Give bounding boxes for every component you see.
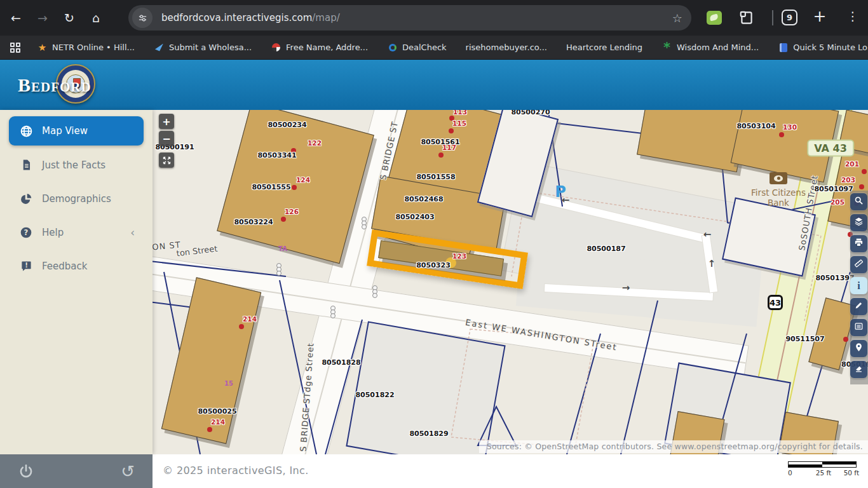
svg-text:?: ? (24, 228, 29, 237)
measure-tool-button[interactable] (850, 256, 867, 273)
bookmark-item[interactable]: Submit a Wholesa... (154, 43, 252, 53)
info-icon: i (857, 280, 860, 292)
sidebar-item-label: Just the Facts (42, 159, 105, 171)
draw-icon (854, 301, 864, 313)
bookmark-item[interactable]: Free Name, Addre... (271, 43, 368, 53)
bookmarks-bar: ★NETR Online • Hill...Submit a Wholesa..… (0, 36, 868, 60)
reset-view-icon[interactable]: ↺ (121, 463, 135, 480)
extensions-menu-icon[interactable] (738, 10, 755, 26)
address-point-dot (207, 427, 212, 432)
copyright-text: © 2025 interactiveGIS, Inc. (163, 464, 309, 477)
bookmark-item[interactable]: risehomebuyer.co... (466, 43, 547, 52)
tab-counter-button[interactable]: 9 (782, 10, 797, 25)
sidebar-item-help[interactable]: ?Help‹ (0, 215, 153, 249)
address-point-dot (239, 324, 244, 329)
apps-grid-icon[interactable] (10, 43, 20, 53)
parcel-label: 80500187 (587, 245, 625, 253)
traffic-signal-icon (372, 287, 377, 298)
bookmark-item[interactable]: ★NETR Online • Hill... (37, 43, 135, 53)
sidebar-item-demographics[interactable]: Demographics (0, 182, 153, 215)
svg-text:!: ! (25, 261, 28, 269)
bookmark-label: risehomebuyer.co... (466, 43, 547, 52)
browser-menu-icon[interactable]: ⋮ (845, 9, 860, 27)
sidebar-item-map-view[interactable]: Map View (9, 116, 144, 146)
address-point-dot (859, 184, 864, 189)
address-number-label: 122 (308, 139, 322, 147)
zoom-extent-button[interactable] (159, 152, 174, 168)
lane-direction-arrow-icon: ↑ (708, 258, 716, 269)
parcel-label: 80500234 (268, 121, 306, 129)
search-icon (854, 196, 864, 208)
zoom-out-button[interactable]: − (159, 131, 174, 146)
route-shield-va43: VA 43 (807, 140, 854, 157)
address-number-label: 205 (831, 198, 844, 206)
deal-icon (387, 43, 398, 53)
map-annotation: 15 (224, 380, 233, 387)
bookmark-item[interactable]: Heartcore Lending (566, 43, 642, 52)
map-scale-bar: 0 25 ft 50 ft (788, 461, 859, 478)
table-tool-button[interactable] (850, 319, 867, 336)
parking-icon: P (555, 183, 566, 201)
address-number-label: 113 (453, 110, 467, 116)
help-icon: ? (19, 226, 33, 240)
sidebar-item-feedback[interactable]: !Feedback (0, 249, 153, 283)
power-icon[interactable] (18, 463, 34, 480)
parcel-label: 80501561 (421, 138, 459, 146)
chevron-left-icon: ‹ (130, 226, 135, 239)
search-tool-button[interactable] (850, 193, 867, 210)
sidebar-footer: ↺ (0, 454, 153, 488)
address-number-label: 124 (296, 176, 310, 184)
app-header: Bedford County iGIS (0, 60, 868, 110)
info-tool-button[interactable]: i (850, 277, 867, 294)
bookmark-label: Free Name, Addre... (286, 43, 368, 52)
sidebar-item-label: Feedback (42, 261, 87, 272)
bookmark-item[interactable]: DealCheck (387, 43, 447, 53)
toolbar-divider (772, 10, 773, 25)
eraser-tool-button[interactable] (850, 361, 867, 378)
bookmark-item[interactable]: Quick 5 Minute Lo... (778, 43, 868, 53)
browser-toolbar: ← → ↻ ⌂ bedfordcova.interactivegis.com/m… (0, 0, 868, 36)
draw-tool-button[interactable] (850, 298, 867, 315)
sidebar-item-label: Demographics (42, 193, 111, 205)
wing-icon (154, 43, 165, 53)
address-number-label: 115 (452, 119, 466, 127)
footer-bar: © 2025 interactiveGIS, Inc. 0 25 ft 50 f… (153, 454, 868, 488)
parcel-label: 80502468 (404, 195, 443, 203)
map-zoom-controls: + − (159, 114, 174, 170)
extension-icon[interactable] (707, 11, 722, 25)
bookmark-item[interactable]: *Wisdom And Mind... (661, 43, 759, 53)
map-attribution: Sources: © OpenStreetMap contributors. S… (479, 440, 868, 453)
sidebar-item-label: Help (42, 227, 64, 238)
parcel-label: 90511507 (785, 335, 824, 343)
reload-icon[interactable]: ↻ (58, 7, 80, 29)
print-tool-button[interactable] (850, 235, 867, 252)
address-point-dot (779, 132, 784, 137)
location-tool-button[interactable] (850, 340, 867, 357)
bookmark-label: Submit a Wholesa... (169, 43, 252, 52)
zoom-in-button[interactable]: + (159, 114, 174, 129)
bookmark-star-icon[interactable]: ☆ (672, 11, 682, 25)
address-point-dot (449, 128, 454, 133)
bookmark-label: Quick 5 Minute Lo... (793, 43, 868, 52)
map-canvas[interactable]: VA 43 43 P First CitizensBank + − i Sour… (153, 110, 868, 454)
sidebar-nav: Map ViewJust the FactsDemographics?Help‹… (0, 116, 153, 283)
parcel-label: 80500270 (511, 110, 550, 116)
eraser-icon (854, 363, 864, 376)
bookmark-label: NETR Online • Hill... (52, 43, 135, 52)
document-icon (19, 158, 33, 172)
site-settings-icon[interactable] (132, 8, 153, 28)
address-number-label: 201 (845, 160, 859, 168)
poi-first-citizens-bank: First CitizensBank (743, 172, 813, 208)
screen: ← → ↻ ⌂ bedfordcova.interactivegis.com/m… (0, 0, 868, 488)
layers-tool-button[interactable] (850, 214, 867, 231)
sidebar-item-just-the-facts[interactable]: Just the Facts (0, 148, 153, 182)
home-icon[interactable]: ⌂ (85, 7, 107, 29)
url-bar[interactable]: bedfordcova.interactivegis.com/map/ ☆ (128, 5, 691, 30)
parcel-label: 80501822 (355, 391, 394, 399)
new-tab-button[interactable]: + (810, 7, 830, 27)
parcel-label: 80500025 (198, 407, 236, 416)
book-icon (778, 43, 789, 53)
forward-icon[interactable]: → (32, 7, 53, 29)
parcel-label: 80501558 (416, 173, 455, 181)
back-icon[interactable]: ← (5, 7, 27, 29)
